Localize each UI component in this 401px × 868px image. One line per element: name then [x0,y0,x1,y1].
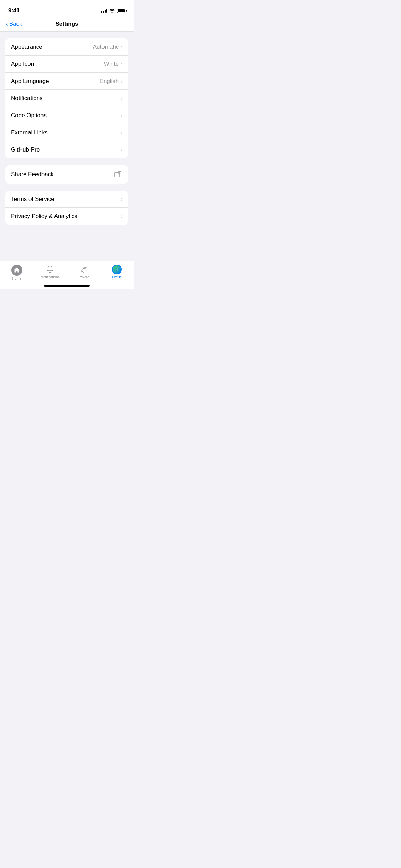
appearance-right: Automatic › [93,44,123,50]
appearance-row[interactable]: Appearance Automatic › [5,38,128,56]
back-button[interactable]: ‹ Back [5,21,22,27]
github-pro-right: › [121,146,123,153]
nav-title: Settings [55,21,78,27]
privacy-policy-row[interactable]: Privacy Policy & Analytics › [5,208,128,225]
app-icon-value: White [104,61,119,68]
chevron-right-icon: › [121,129,123,136]
appearance-label: Appearance [11,44,42,50]
status-bar: 9:41 [0,0,134,16]
tab-home[interactable]: Home [0,265,34,280]
external-links-row[interactable]: External Links › [5,124,128,141]
tab-notifications-label: Notifications [41,275,59,279]
settings-content: Appearance Automatic › App Icon White › … [0,32,134,261]
tab-explore[interactable]: Explore [67,265,100,279]
chevron-right-icon: › [121,146,123,153]
app-language-label: App Language [11,78,49,85]
share-feedback-label: Share Feedback [11,171,54,178]
github-pro-label: GitHub Pro [11,146,40,153]
nav-bar: ‹ Back Settings [0,16,134,32]
external-links-right: › [121,129,123,136]
tab-profile[interactable]: T Profile [100,265,134,279]
wifi-icon [109,9,115,13]
chevron-right-icon: › [121,95,123,102]
status-icons [101,9,125,13]
chevron-right-icon: › [121,78,123,85]
notifications-right: › [121,95,123,102]
code-options-right: › [121,112,123,119]
tab-notifications[interactable]: Notifications [34,265,67,279]
notifications-label: Notifications [11,95,43,102]
chevron-right-icon: › [121,112,123,119]
notifications-row[interactable]: Notifications › [5,90,128,107]
profile-avatar: T [112,265,122,274]
svg-line-3 [82,271,84,273]
terms-of-service-row[interactable]: Terms of Service › [5,191,128,208]
privacy-right: › [121,213,123,220]
main-settings-group: Appearance Automatic › App Icon White › … [5,38,128,158]
privacy-label: Privacy Policy & Analytics [11,213,77,220]
terms-right: › [121,196,123,203]
code-options-label: Code Options [11,112,47,119]
home-indicator [44,285,90,287]
back-chevron-icon: ‹ [5,20,8,27]
app-icon-label: App Icon [11,61,34,68]
terms-label: Terms of Service [11,196,54,203]
chevron-right-icon: › [121,61,123,68]
tab-explore-label: Explore [78,275,89,279]
home-icon [11,265,22,276]
chevron-right-icon: › [121,44,123,50]
app-icon-row[interactable]: App Icon White › [5,56,128,73]
battery-icon [117,9,125,13]
svg-rect-0 [115,172,119,177]
status-time: 9:41 [8,7,20,14]
external-links-label: External Links [11,129,48,136]
signal-icon [101,9,107,13]
legal-group: Terms of Service › Privacy Policy & Anal… [5,191,128,225]
back-label: Back [9,21,22,27]
external-link-icon [113,170,123,179]
code-options-row[interactable]: Code Options › [5,107,128,124]
share-feedback-row[interactable]: Share Feedback [5,165,128,184]
bell-icon [45,265,55,274]
chevron-right-icon: › [121,213,123,220]
appearance-value: Automatic [93,44,119,50]
telescope-icon [79,265,88,274]
profile-avatar-icon: T [112,265,122,274]
tab-profile-label: Profile [112,275,122,279]
app-language-row[interactable]: App Language English › [5,73,128,90]
github-pro-row[interactable]: GitHub Pro › [5,141,128,158]
tab-home-label: Home [12,277,21,280]
app-language-right: English › [100,78,123,85]
chevron-right-icon: › [121,196,123,203]
app-icon-right: White › [104,61,123,68]
feedback-group: Share Feedback [5,165,128,184]
app-language-value: English [100,78,119,85]
